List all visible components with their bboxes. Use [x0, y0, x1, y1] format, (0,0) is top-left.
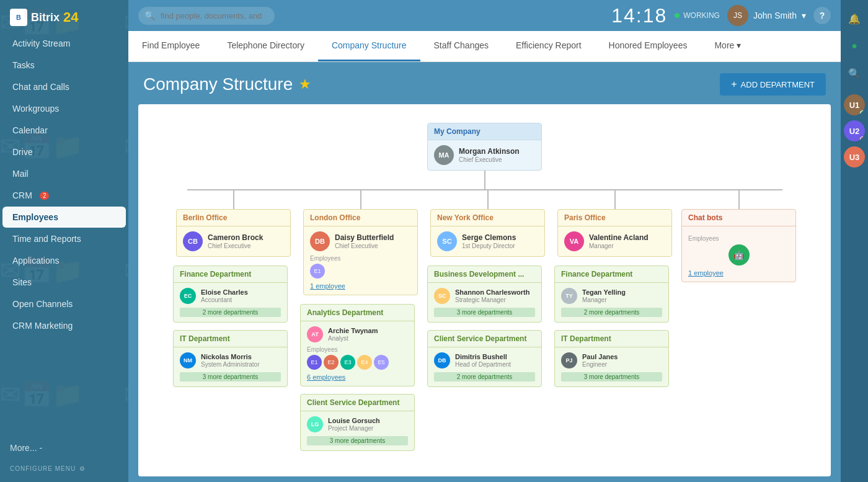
tab-bar: Find EmployeeTelephone DirectoryCompany … — [128, 31, 841, 62]
london-analytics-avatar: AT — [307, 326, 323, 342]
sidebar-item-activity-stream[interactable]: Activity Stream — [2, 33, 126, 54]
user-avatar: JS — [727, 5, 748, 26]
newyork-v-line — [487, 190, 489, 209]
newyork-client-card[interactable]: Client Service Department DB Dimitris Bu… — [427, 330, 542, 387]
sidebar-item-crm-marketing[interactable]: CRM Marketing — [2, 315, 126, 336]
user-info[interactable]: JS John Smith ▾ — [727, 5, 806, 26]
london-analytics-person-name: Archie Twynam — [328, 327, 378, 334]
sidebar-item-sites[interactable]: Sites — [2, 272, 126, 293]
tab-more[interactable]: More ▾ — [701, 31, 755, 61]
tab-honored-employees[interactable]: Honored Employees — [595, 31, 701, 61]
paris-branch: Paris Office VA Valentine Acland Manager — [554, 190, 675, 387]
sidebar-item-open-channels[interactable]: Open Channels — [2, 293, 126, 315]
london-sub-depts: Analytics Department AT Archie Twynam An… — [300, 300, 421, 451]
plus-icon: + — [731, 79, 737, 90]
chatbots-v-line — [738, 190, 740, 209]
berlin-card[interactable]: Berlin Office CB Cameron Brock Chief Exe… — [176, 209, 291, 257]
london-person-role: Chief Executive — [335, 243, 394, 249]
root-person-avatar: MA — [434, 145, 454, 165]
tab-staff-changes[interactable]: Staff Changes — [420, 31, 502, 61]
berlin-person-role: Chief Executive — [208, 243, 263, 249]
online-user-avatar-1[interactable]: U1 — [844, 94, 865, 115]
berlin-finance-card[interactable]: Finance Department EC Eloise Charles Acc… — [173, 266, 288, 323]
newyork-biz-card[interactable]: Business Development ... SC Shannon Char… — [427, 266, 542, 323]
sidebar-item-time-and-reports[interactable]: Time and Reports — [2, 228, 126, 249]
page-title: Company Structure ★ — [143, 74, 311, 94]
tab-telephone-directory[interactable]: Telephone Directory — [213, 31, 318, 61]
search-right-icon[interactable]: 🔍 — [843, 62, 866, 84]
chatbots-card[interactable]: Chat bots Employees 🤖 1 employee — [681, 209, 796, 282]
newyork-client-avatar: DB — [434, 352, 450, 368]
newyork-body: SC Serge Clemons 1st Deputy Director — [431, 226, 544, 256]
berlin-it-person-role: System Administrator — [201, 361, 259, 368]
london-employee-link[interactable]: 1 employee — [310, 282, 411, 290]
tab-efficiency-report[interactable]: Efficiency Report — [502, 31, 595, 61]
sidebar-item-calendar[interactable]: Calendar — [2, 120, 126, 141]
online-user-avatar-3[interactable]: U3 — [844, 146, 865, 167]
sidebar: B Bitrix 24 Activity StreamTasksChat and… — [0, 0, 128, 482]
newyork-person-role: 1st Deputy Director — [462, 243, 516, 249]
app-name: Bitrix — [31, 11, 60, 24]
paris-finance-person-name: Tegan Yelling — [582, 288, 626, 296]
london-client-person-name: Louise Gorsuch — [328, 417, 380, 424]
app-logo[interactable]: B Bitrix 24 — [0, 0, 128, 32]
london-client-person-role: Project Manager — [328, 425, 380, 432]
sidebar-item-mail[interactable]: Mail — [2, 163, 126, 184]
working-label: WORKING — [683, 11, 720, 20]
sidebar-item-employees[interactable]: Employees — [2, 207, 126, 228]
sidebar-item-applications[interactable]: Applications — [2, 250, 126, 271]
tab-company-structure[interactable]: Company Structure — [318, 31, 420, 61]
sidebar-item-crm[interactable]: CRM2 — [2, 185, 126, 206]
paris-finance-more: 2 more departments — [561, 308, 662, 317]
newyork-person-name: Serge Clemons — [462, 233, 516, 242]
sidebar-item-chat-and-calls[interactable]: Chat and Calls — [2, 76, 126, 97]
sidebar-configure[interactable]: CONFIGURE MENU ⚙ — [0, 459, 128, 482]
h-connector-wrap — [154, 189, 815, 190]
london-analytics-card[interactable]: Analytics Department AT Archie Twynam An… — [300, 304, 415, 386]
tab-find-employee[interactable]: Find Employee — [128, 31, 213, 61]
chatbots-employee-link[interactable]: 1 employee — [688, 269, 789, 277]
newyork-client-body: DB Dimitris Bushell Head of Department 2… — [428, 347, 541, 386]
london-analytics-avatars: E1 E2 E3 E4 E5 — [307, 355, 408, 370]
working-status: WORKING — [675, 11, 720, 20]
help-button[interactable]: ? — [813, 7, 831, 24]
add-dept-label: ADD DEPARTMENT — [741, 80, 815, 89]
notifications-icon[interactable]: 🔔 — [843, 7, 866, 30]
berlin-finance-avatar: EC — [180, 288, 196, 304]
sidebar-item-drive[interactable]: Drive — [2, 141, 126, 163]
online-indicator-1 — [860, 110, 865, 115]
berlin-it-header: IT Department — [174, 331, 287, 347]
newyork-card[interactable]: New York Office SC Serge Clemons 1st Dep… — [430, 209, 545, 257]
paris-header: Paris Office — [558, 210, 671, 226]
root-person: MA Morgan Atkinson Chief Executive — [434, 145, 535, 165]
berlin-sub-depts: Finance Department EC Eloise Charles Acc… — [173, 262, 294, 387]
london-card[interactable]: London Office DB Daisy Butterfield Chief… — [303, 209, 418, 295]
sidebar-item-tasks[interactable]: Tasks — [2, 55, 126, 76]
london-client-card[interactable]: Client Service Department LG Louise Gors… — [300, 394, 415, 451]
paris-finance-header: Finance Department — [555, 266, 668, 283]
live-feed-icon[interactable]: ● — [843, 35, 866, 57]
online-indicator-2 — [860, 136, 865, 141]
paris-finance-card[interactable]: Finance Department TY Tegan Yelling Mana… — [554, 266, 669, 323]
berlin-avatar: CB — [183, 231, 203, 251]
newyork-client-person-name: Dimitris Bushell — [455, 353, 511, 360]
add-department-button[interactable]: + ADD DEPARTMENT — [720, 73, 826, 96]
paris-card[interactable]: Paris Office VA Valentine Acland Manager — [557, 209, 672, 257]
sidebar-item-workgroups[interactable]: Workgroups — [2, 98, 126, 119]
chatbots-header: Chat bots — [682, 210, 795, 226]
newyork-biz-body: SC Shannon Charlesworth Strategic Manage… — [428, 283, 541, 322]
favorite-star-icon[interactable]: ★ — [299, 76, 311, 92]
root-node[interactable]: My Company MA Morgan Atkinson Chief Exec… — [427, 123, 542, 171]
search-input[interactable] — [138, 7, 275, 25]
online-user-avatar-2[interactable]: U2 — [844, 120, 865, 141]
app-number: 24 — [63, 9, 78, 25]
sidebar-more[interactable]: More... - — [0, 437, 128, 459]
newyork-biz-avatar: SC — [434, 288, 450, 304]
paris-it-card[interactable]: IT Department PJ Paul Janes Engineer — [554, 330, 669, 387]
berlin-it-card[interactable]: IT Department NM Nickolas Morris System … — [173, 330, 288, 387]
london-analytics-link[interactable]: 6 employees — [307, 373, 408, 381]
clock-display: 14:18 — [611, 4, 667, 27]
org-container: My Company MA Morgan Atkinson Chief Exec… — [151, 117, 818, 457]
sidebar-nav: Activity StreamTasksChat and CallsWorkgr… — [0, 32, 128, 437]
newyork-branch: New York Office SC Serge Clemons 1st Dep… — [427, 190, 548, 387]
